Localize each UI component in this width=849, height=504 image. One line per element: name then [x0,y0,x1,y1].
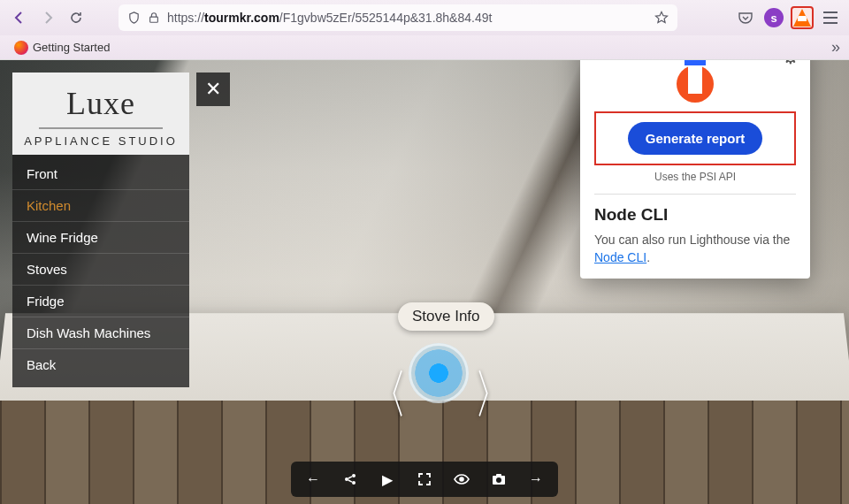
pocket-icon[interactable] [734,6,757,29]
lighthouse-logo [664,60,726,103]
reload-button[interactable] [64,5,88,30]
node-cli-body: You can also run Lighthouse via the Node… [594,232,796,266]
bookmark-label: Getting Started [33,41,110,54]
menu-item-wine-fridge[interactable]: Wine Fridge [12,222,189,254]
nav-arrow-left[interactable]: 〈 [370,360,407,429]
brand-logo: Luxe APPLIANCE STUDIO [12,73,189,155]
generate-report-button[interactable]: Generate report [628,122,763,155]
divider [594,194,796,195]
ctrl-next-icon[interactable]: → [517,467,555,492]
svg-point-7 [496,477,501,483]
svg-point-4 [460,477,463,481]
lock-icon [148,11,160,24]
url-text: https://tourmkr.com/F1gvbw5zEr/5525144p&… [167,11,647,25]
bookmarks-bar: Getting Started » [0,35,849,60]
hotspot-marker[interactable] [409,343,469,403]
svg-point-1 [345,477,348,481]
extension-s-icon[interactable]: s [762,6,785,29]
tour-menu-list: Front Kitchen Wine Fridge Stoves Fridge … [12,155,189,387]
nav-arrow-right[interactable]: 〉 [474,360,511,429]
tour-controls: ← ▶ → [291,462,558,497]
forward-button[interactable] [35,5,60,30]
logo-sub: APPLIANCE STUDIO [21,134,180,148]
svg-point-2 [352,474,356,477]
menu-item-front[interactable]: Front [12,158,189,190]
tour-menu-panel: Luxe APPLIANCE STUDIO Front Kitchen Wine… [12,73,189,387]
ctrl-camera-icon[interactable] [480,467,517,492]
hotspot-label[interactable]: Stove Info [398,302,494,331]
back-button[interactable] [7,5,32,30]
ctrl-prev-icon[interactable]: ← [294,467,332,492]
psi-note: Uses the PSI API [594,171,796,183]
firefox-icon [14,41,28,55]
page-viewport: Luxe APPLIANCE STUDIO Front Kitchen Wine… [0,60,849,504]
menu-item-stoves[interactable]: Stoves [12,254,189,286]
settings-gear-icon[interactable]: ⚙ [782,60,799,69]
menu-item-fridge[interactable]: Fridge [12,286,189,317]
generate-report-highlight: Generate report [594,111,796,165]
ctrl-view-icon[interactable] [443,467,480,492]
lighthouse-extension-icon[interactable] [791,6,814,29]
close-menu-button[interactable]: ✕ [196,73,230,106]
svg-point-3 [352,481,356,485]
node-cli-heading: Node CLI [594,205,796,225]
ctrl-fullscreen-icon[interactable] [406,467,443,492]
browser-toolbar: https://tourmkr.com/F1gvbw5zEr/5525144p&… [0,0,849,35]
ctrl-share-icon[interactable] [332,467,369,492]
ctrl-play-icon[interactable]: ▶ [369,467,406,492]
menu-item-dish-wash[interactable]: Dish Wash Machines [12,317,189,349]
node-cli-link[interactable]: Node CLI [594,250,646,264]
svg-rect-6 [496,474,501,477]
lighthouse-popup: ⚙ Generate report Uses the PSI API Node … [580,60,810,279]
logo-main: Luxe [21,85,180,122]
address-bar[interactable]: https://tourmkr.com/F1gvbw5zEr/5525144p&… [119,4,677,31]
menu-item-kitchen[interactable]: Kitchen [12,190,189,222]
shield-icon [127,11,141,25]
svg-rect-0 [150,17,158,22]
bookmark-getting-started[interactable]: Getting Started [9,39,115,57]
star-icon[interactable] [654,11,669,25]
hamburger-menu-icon[interactable] [819,6,842,29]
toolbar-extensions: s [734,6,842,29]
menu-item-back[interactable]: Back [12,349,189,380]
bookmarks-overflow-icon[interactable]: » [831,38,840,57]
